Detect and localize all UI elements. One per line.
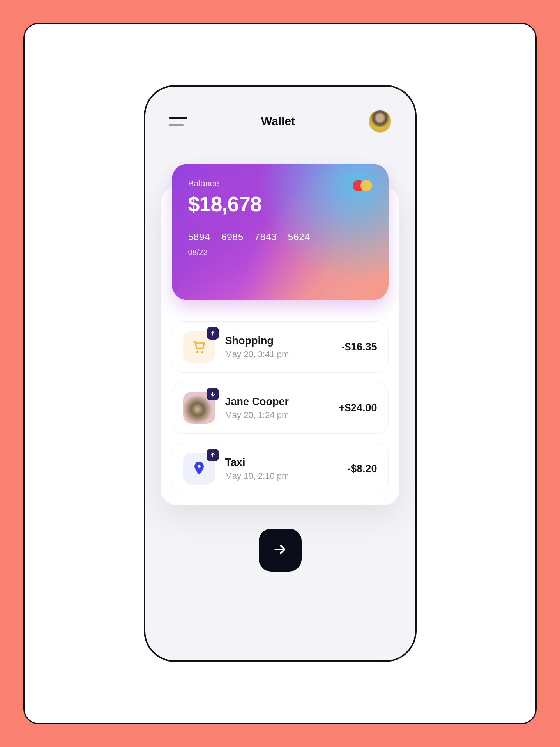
arrow-right-icon [273, 542, 288, 558]
transaction-list: Shopping May 20, 3:41 pm -$16.35 [172, 321, 389, 494]
transaction-title: Taxi [225, 457, 347, 469]
menu-icon[interactable] [169, 115, 187, 127]
svg-point-2 [198, 465, 201, 468]
avatar[interactable] [369, 110, 391, 133]
transaction-row[interactable]: Taxi May 19, 2:10 pm -$8.20 [172, 443, 389, 494]
svg-point-0 [196, 351, 198, 353]
page-title: Wallet [261, 115, 295, 128]
pin-icon [183, 453, 215, 485]
arrow-up-icon [207, 327, 219, 340]
content: Balance $18,678 5894 6985 7843 5624 08/2… [145, 140, 415, 645]
card-expiry: 08/22 [188, 248, 372, 257]
transaction-row[interactable]: Shopping May 20, 3:41 pm -$16.35 [172, 321, 389, 373]
balance-card[interactable]: Balance $18,678 5894 6985 7843 5624 08/2… [172, 164, 389, 300]
transaction-amount: +$24.00 [339, 402, 377, 414]
card-number-group: 6985 [221, 232, 244, 243]
transaction-title: Shopping [225, 335, 341, 347]
svg-point-1 [201, 351, 203, 353]
main-panel: Balance $18,678 5894 6985 7843 5624 08/2… [161, 187, 399, 505]
transaction-date: May 20, 1:24 pm [225, 410, 339, 420]
card-number-group: 5624 [288, 232, 310, 243]
arrow-down-icon [207, 388, 219, 400]
transaction-amount: -$16.35 [341, 341, 377, 353]
presentation-frame: Wallet Balance $18,678 5894 6985 7843 [23, 23, 537, 724]
card-number-group: 5894 [188, 232, 210, 243]
transaction-title: Jane Cooper [225, 396, 339, 408]
arrow-up-icon [207, 449, 219, 461]
phone-frame: Wallet Balance $18,678 5894 6985 7843 [144, 85, 417, 662]
balance-amount: $18,678 [188, 192, 372, 216]
card-number: 5894 6985 7843 5624 [188, 232, 372, 243]
transaction-date: May 20, 3:41 pm [225, 349, 341, 359]
screen: Wallet Balance $18,678 5894 6985 7843 [145, 102, 415, 645]
transaction-row[interactable]: Jane Cooper May 20, 1:24 pm +$24.00 [172, 382, 389, 434]
transaction-info: Shopping May 20, 3:41 pm [225, 335, 341, 359]
transaction-amount: -$8.20 [347, 463, 377, 475]
card-number-group: 7843 [254, 232, 277, 243]
transaction-info: Jane Cooper May 20, 1:24 pm [225, 396, 339, 420]
transaction-date: May 19, 2:10 pm [225, 471, 347, 481]
transaction-info: Taxi May 19, 2:10 pm [225, 457, 347, 481]
cart-icon [183, 331, 215, 363]
balance-label: Balance [188, 179, 372, 189]
next-button[interactable] [259, 529, 302, 572]
person-avatar-icon [183, 392, 215, 424]
header: Wallet [145, 102, 415, 140]
